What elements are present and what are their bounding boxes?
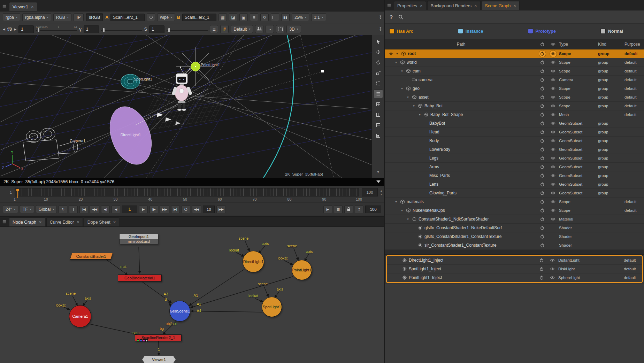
expander-icon[interactable]: ▾ [400,87,404,90]
expander-icon[interactable]: ▾ [394,61,398,64]
activation-icon[interactable] [540,95,544,99]
pointlight-sphere[interactable] [191,62,200,71]
close-icon[interactable]: × [39,220,42,224]
activation-cell[interactable] [537,208,547,213]
visibility-icon[interactable] [551,87,555,90]
visibility-icon[interactable] [551,174,555,177]
pane-menu-icon[interactable] [2,5,6,8]
input-a-dropdown[interactable]: Scanl...er2_1 [110,14,145,21]
viewport-3d[interactable]: Y X Z PointLight1 SpotLight1 DirectLight… [0,35,384,178]
search-icon[interactable] [398,15,403,20]
gamma-field[interactable]: 1 [84,25,99,33]
visibility-cell[interactable] [547,191,559,195]
visibility-icon[interactable] [551,148,555,151]
viewport-tool-frame[interactable] [374,131,383,140]
scenegraph-row-slr_ConstantShader1_ConstantTexture[interactable]: slr_ConstantShader1_ConstantTextureShade… [385,241,644,250]
visibility-icon[interactable] [551,130,555,134]
manipulator-handle[interactable] [321,70,324,72]
jump-back-button[interactable]: ◀◀ [192,206,201,213]
goto-end-button[interactable]: ▶| [171,206,180,213]
visibility-cell[interactable] [547,165,559,169]
activation-cell[interactable] [537,191,547,195]
activation-icon[interactable] [540,86,544,91]
fps-dropdown[interactable]: 24*▾ [3,205,18,213]
activation-cell[interactable] [537,267,546,271]
scenegraph-row-Baby_Bot_Shape[interactable]: ▾Baby_Bot_ShapeMeshdefault [385,110,644,119]
viewport-tool-scale[interactable] [374,69,383,77]
update-icon[interactable]: ↻ [260,13,269,21]
visibility-cell[interactable] [547,148,559,151]
activation-cell[interactable] [537,165,547,169]
column-visibility[interactable] [547,43,559,46]
display-channel-dropdown[interactable]: RGB▾ [53,13,71,21]
expander-icon[interactable]: ▾ [418,113,422,116]
timeline-scroll-icons[interactable]: ▴▾ [381,187,382,196]
timeline-ruler[interactable]: 1102030405060708090100 [15,187,359,202]
visibility-cell[interactable] [546,258,558,262]
visibility-cell[interactable] [547,69,559,73]
activation-icon[interactable] [540,243,544,247]
gamma-slider[interactable] [101,26,142,33]
viewport-tool-grid[interactable] [374,100,383,109]
visibility-icon[interactable] [551,139,555,142]
timeline-mode-dropdown[interactable]: TF▾ [20,205,34,213]
node-Camera1[interactable]: Camera1 [69,305,91,327]
visibility-icon[interactable] [550,267,555,271]
activation-icon[interactable] [540,113,544,117]
roi-icon[interactable] [271,13,279,21]
back-jump-button[interactable]: ◀◀ [90,206,99,213]
play-backward-button[interactable]: ◀ [112,206,120,213]
activation-icon[interactable] [540,191,544,195]
display-button[interactable]: ▦ [334,206,343,213]
activation-icon[interactable] [540,121,544,125]
visibility-cell[interactable] [547,78,559,82]
scanline-icon[interactable]: ≣ [210,25,218,33]
playhead-flag-icon[interactable] [16,189,19,191]
scenegraph-row-BabyBot[interactable]: BabyBotGeomSubsetgroup [385,119,644,128]
visibility-cell[interactable] [547,87,559,90]
activation-cell[interactable] [537,60,547,64]
visibility-cell[interactable] [547,95,559,99]
activation-icon[interactable] [539,258,544,262]
scenegraph-row-Head[interactable]: HeadGeomSubsetgroup [385,128,644,137]
scenegraph-row-Legs[interactable]: LegsGeomSubsetgroup [385,154,644,163]
visibility-cell[interactable] [547,61,559,64]
activation-cell[interactable] [537,113,547,117]
activation-cell[interactable] [537,226,547,230]
overlay-icon[interactable]: ▣ [239,13,248,21]
activation-icon[interactable] [540,156,544,160]
jump-size-field[interactable]: 10 [203,206,215,213]
selection-box-icon[interactable] [276,25,284,33]
slider-thumb[interactable] [168,28,170,32]
nodegraph-canvas[interactable]: GeoImport1minirobot.usdConstantShader1Ge… [0,227,384,363]
scenegraph-row-DirectLight1_Inject[interactable]: DirectLight1_InjectDistantLightdefault [387,256,642,265]
visibility-cell[interactable] [547,139,559,142]
prev-stop-icon[interactable]: ◀ [3,28,5,31]
jump-forward-button[interactable]: ▶▶ [216,206,226,213]
activation-cell[interactable] [537,104,547,108]
column-path[interactable]: Path [385,42,537,47]
next-stop-icon[interactable]: ▶ [14,28,16,31]
node-PointLight1[interactable]: PointLight1 [292,260,312,280]
node-SpotLight1[interactable]: SpotLight1 [262,297,282,317]
occlusion-icon[interactable] [255,25,263,33]
activation-cell[interactable] [537,243,547,247]
input-process-button[interactable]: IP [74,13,84,21]
visibility-icon[interactable] [550,51,557,57]
activation-cell[interactable] [537,147,547,152]
viewport-tool-rotate[interactable] [374,58,383,67]
visibility-icon[interactable] [551,122,555,125]
visibility-cell[interactable] [547,51,559,57]
visibility-cell[interactable] [547,122,559,125]
proxy-dropdown[interactable]: 1:1▾ [311,13,326,21]
slider-thumb[interactable] [37,28,40,32]
activation-cell[interactable] [537,258,546,262]
node-GeoImport1[interactable]: GeoImport1minirobot.usd [119,234,158,244]
column-activation[interactable] [537,42,547,46]
playback-end-field[interactable]: 100 [365,206,381,213]
close-icon[interactable]: × [113,220,116,224]
activation-icon[interactable] [540,104,544,108]
expander-icon[interactable]: ▾ [394,200,398,203]
scenegraph-row-PointLight1_Inject[interactable]: PointLight1_InjectSphereLightdefault [387,273,642,282]
visibility-cell[interactable] [547,183,559,186]
